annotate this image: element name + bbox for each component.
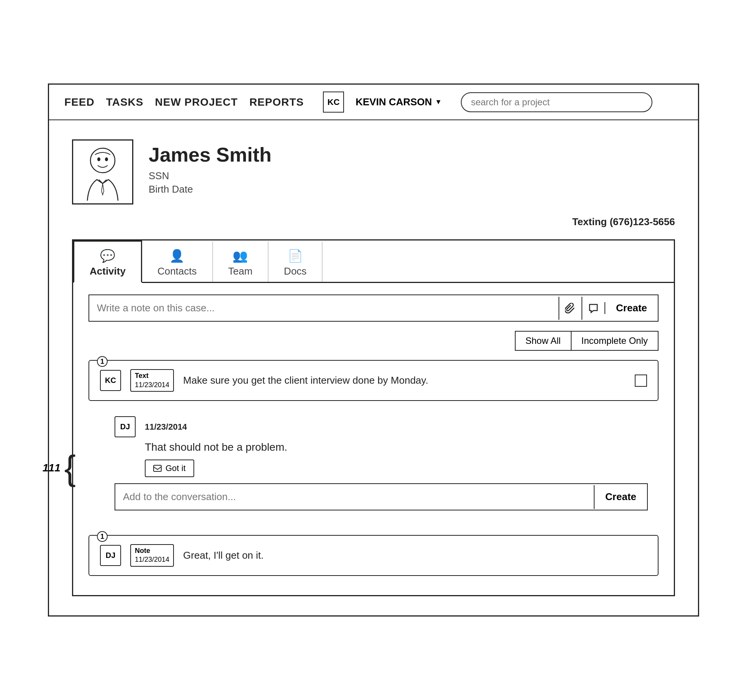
- show-all-button[interactable]: Show All: [515, 331, 571, 351]
- annotation-111: 111 {: [43, 451, 76, 485]
- svg-point-0: [90, 148, 115, 173]
- top-navigation: FEED TASKS NEW PROJECT REPORTS KC KEVIN …: [49, 85, 698, 120]
- docs-icon: 📄: [288, 249, 303, 263]
- reply-header: DJ 11/23/2014: [115, 416, 648, 437]
- profile-dob: Birth Date: [149, 183, 272, 195]
- tab-contacts-label: Contacts: [157, 265, 197, 277]
- texting-label: Texting: [572, 216, 607, 227]
- got-it-label: Got it: [165, 463, 186, 473]
- tab-docs[interactable]: 📄 Docs: [269, 242, 323, 282]
- contacts-icon: 👤: [169, 249, 185, 263]
- tab-container: 💬 Activity 👤 Contacts 👥 Team 📄 Docs: [72, 239, 675, 596]
- tab-team-label: Team: [228, 265, 253, 277]
- filter-row: Show All Incomplete Only: [88, 331, 659, 351]
- note-input-row: Create: [88, 294, 659, 322]
- svg-point-2: [105, 157, 108, 161]
- task-checkbox-1[interactable]: [635, 375, 647, 387]
- avatar: [72, 139, 133, 204]
- activity-text-1: Make sure you get the client interview d…: [183, 375, 626, 386]
- tab-team[interactable]: 👥 Team: [213, 242, 269, 282]
- profile-section: James Smith SSN Birth Date: [72, 139, 675, 204]
- tab-activity-label: Activity: [90, 265, 126, 277]
- nav-reports[interactable]: REPORTS: [249, 96, 304, 108]
- activity-item-2: 1 DJ Note 11/23/2014 Great, I'll get on …: [88, 535, 659, 576]
- profile-ssn: SSN: [149, 170, 272, 182]
- activity-text-2: Great, I'll get on it.: [183, 550, 647, 561]
- activity-item-1: 1 KC Text 11/23/2014 Make sure you get t…: [88, 360, 659, 401]
- attachment-button[interactable]: [559, 297, 582, 320]
- nav-new-project[interactable]: NEW PROJECT: [155, 96, 238, 108]
- svg-rect-3: [154, 465, 161, 471]
- nav-tasks[interactable]: TASKS: [106, 96, 144, 108]
- tab-contacts[interactable]: 👤 Contacts: [142, 242, 213, 282]
- tab-docs-label: Docs: [284, 265, 306, 277]
- project-search-input[interactable]: [461, 92, 652, 112]
- nav-feed[interactable]: FEED: [64, 96, 95, 108]
- activity-icon: 💬: [100, 249, 115, 263]
- got-it-button[interactable]: Got it: [145, 460, 194, 477]
- incomplete-only-button[interactable]: Incomplete Only: [571, 331, 659, 351]
- badge-number-2: 1: [97, 531, 108, 542]
- reply-date: 11/23/2014: [145, 422, 187, 432]
- reply-block-1: DJ 11/23/2014 That should not be a probl…: [104, 409, 659, 527]
- type-date-badge-2: Note 11/23/2014: [130, 544, 174, 567]
- profile-name: James Smith: [149, 143, 272, 166]
- profile-info: James Smith SSN Birth Date: [149, 139, 272, 195]
- tab-activity[interactable]: 💬 Activity: [73, 240, 142, 283]
- texting-number: (676)123-5656: [609, 216, 675, 227]
- reply-text: That should not be a problem.: [145, 441, 648, 453]
- user-name[interactable]: KEVIN CARSON ▼: [355, 96, 442, 108]
- kc-badge: KC: [323, 92, 344, 113]
- conversation-input[interactable]: [115, 484, 594, 510]
- badge-number-1: 1: [97, 356, 108, 367]
- dropdown-arrow-icon: ▼: [435, 98, 442, 106]
- activity-tab-content: Create Show All Incomplete Only 1 KC: [73, 283, 674, 595]
- comment-button[interactable]: [582, 297, 604, 320]
- svg-point-1: [97, 157, 100, 161]
- user-badge-kc: KC: [100, 370, 121, 391]
- note-create-button[interactable]: Create: [604, 302, 658, 314]
- type-date-badge-1: Text 11/23/2014: [130, 369, 174, 392]
- conversation-create-button[interactable]: Create: [594, 485, 647, 509]
- user-badge-dj: DJ: [100, 545, 121, 566]
- texting-info: Texting (676)123-5656: [72, 216, 675, 228]
- conversation-input-row: Create: [115, 483, 648, 510]
- tabs-row: 💬 Activity 👤 Contacts 👥 Team 📄 Docs: [73, 240, 674, 283]
- reply-user-badge: DJ: [115, 416, 136, 437]
- team-icon: 👥: [233, 249, 248, 263]
- note-input[interactable]: [89, 295, 559, 321]
